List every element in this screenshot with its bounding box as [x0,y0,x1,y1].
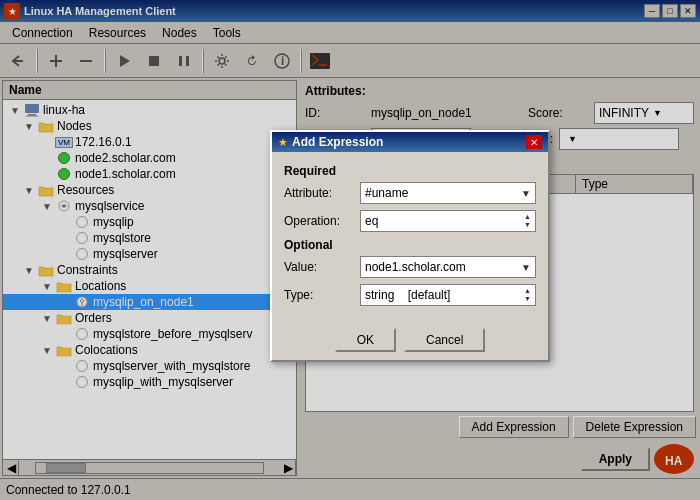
operation-value: eq [365,214,524,228]
modal-title-left: ★ Add Expression [278,135,383,149]
value-select[interactable]: node1.scholar.com ▼ [360,256,536,278]
type-spinner[interactable]: string [default] ▲ ▼ [360,284,536,306]
type-spin-down[interactable]: ▼ [524,295,531,303]
attribute-value: #uname [365,186,521,200]
ok-button[interactable]: OK [335,328,396,352]
modal-body: Required Attribute: #uname ▼ Operation: … [272,152,548,320]
required-label: Required [284,164,536,178]
modal-title: Add Expression [292,135,383,149]
modal-footer: OK Cancel [272,320,548,360]
modal-close-button[interactable]: ✕ [526,135,542,149]
spin-down[interactable]: ▼ [524,221,531,229]
type-spin-arrows[interactable]: ▲ ▼ [524,287,531,302]
value-dropdown-arrow: ▼ [521,262,531,273]
operation-spin-arrows[interactable]: ▲ ▼ [524,213,531,228]
type-row: Type: string [default] ▲ ▼ [284,284,536,306]
operation-row: Operation: eq ▲ ▼ [284,210,536,232]
modal-title-bar: ★ Add Expression ✕ [272,132,548,152]
value-field-label: Value: [284,260,354,274]
type-value: string [default] [365,288,524,302]
operation-spinner[interactable]: eq ▲ ▼ [360,210,536,232]
value-row: Value: node1.scholar.com ▼ [284,256,536,278]
operation-field-label: Operation: [284,214,354,228]
modal-icon: ★ [278,136,288,149]
attribute-select[interactable]: #uname ▼ [360,182,536,204]
cancel-button[interactable]: Cancel [404,328,485,352]
attribute-row: Attribute: #uname ▼ [284,182,536,204]
type-field-label: Type: [284,288,354,302]
optional-label: Optional [284,238,536,252]
modal-dialog: ★ Add Expression ✕ Required Attribute: #… [270,130,550,362]
modal-overlay: ★ Add Expression ✕ Required Attribute: #… [0,0,700,500]
spin-up[interactable]: ▲ [524,213,531,221]
attribute-dropdown-arrow: ▼ [521,188,531,199]
attribute-field-label: Attribute: [284,186,354,200]
value-value: node1.scholar.com [365,260,521,274]
type-spin-up[interactable]: ▲ [524,287,531,295]
